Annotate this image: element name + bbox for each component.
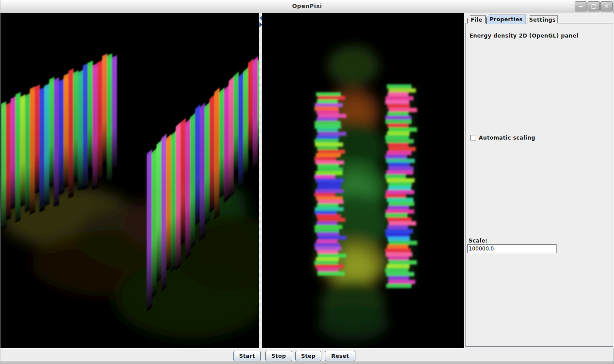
- panel-title: Energy density 2D (OpenGL) panel: [469, 33, 579, 39]
- tab-file[interactable]: File: [467, 15, 486, 23]
- sidebar-tab-row: File Properties Settings: [464, 14, 614, 23]
- scale-label: Scale:: [469, 238, 488, 244]
- energy-density-3d-viewport[interactable]: [1, 14, 259, 348]
- text-caret: [486, 245, 486, 251]
- splitpane-divider[interactable]: [259, 13, 262, 348]
- tab-properties[interactable]: Properties: [486, 15, 526, 24]
- app-window: OpenPixi − □ ✕ File Properties Settings …: [0, 0, 614, 364]
- minimize-button[interactable]: −: [575, 1, 587, 11]
- title-bar[interactable]: OpenPixi − □ ✕: [0, 0, 614, 13]
- energy-density-2d-viewport[interactable]: [262, 14, 464, 348]
- tab-content-panel: Energy density 2D (OpenGL) panel Automat…: [465, 23, 613, 347]
- maximize-icon: □: [591, 3, 596, 9]
- window-title: OpenPixi: [0, 3, 614, 9]
- scale-input[interactable]: [467, 244, 557, 253]
- tab-settings[interactable]: Settings: [527, 15, 558, 23]
- minimize-icon: −: [579, 3, 583, 9]
- simulation-control-bar: Start Stop Step Reset: [0, 348, 614, 364]
- reset-button[interactable]: Reset: [325, 351, 355, 361]
- step-button[interactable]: Step: [295, 351, 321, 361]
- maximize-button[interactable]: □: [587, 1, 600, 11]
- automatic-scaling-checkbox[interactable]: [470, 135, 476, 140]
- close-icon: ✕: [604, 3, 609, 9]
- stop-button[interactable]: Stop: [265, 351, 292, 361]
- close-button[interactable]: ✕: [600, 1, 613, 11]
- automatic-scaling-label: Automatic scaling: [479, 135, 535, 141]
- scale-field-wrap: [467, 244, 557, 253]
- properties-sidebar: File Properties Settings Energy density …: [464, 13, 614, 348]
- start-button[interactable]: Start: [233, 351, 261, 361]
